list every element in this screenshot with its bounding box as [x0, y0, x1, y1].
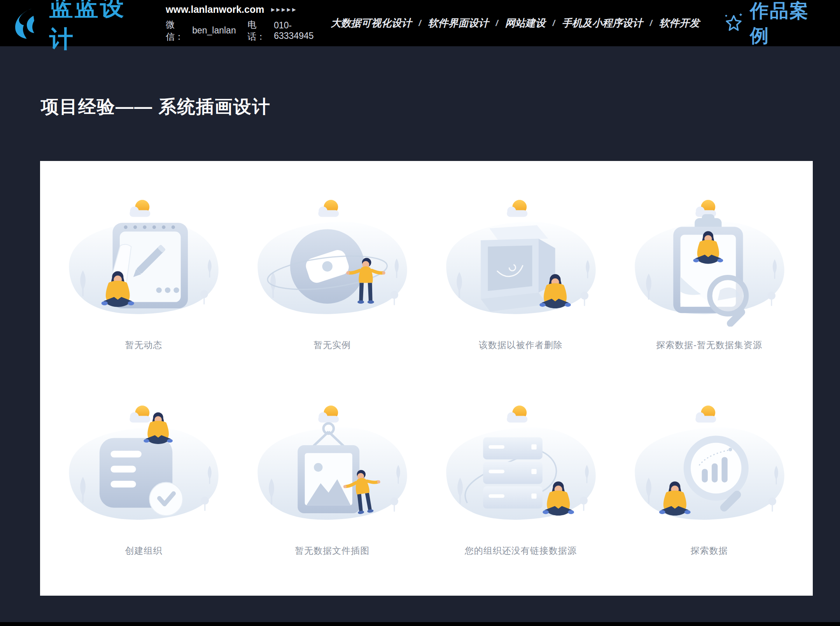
portfolio-star-icon	[723, 12, 744, 34]
logo[interactable]: 蓝蓝设计	[11, 0, 149, 55]
empty-open-box-illustration	[436, 200, 606, 327]
contact-block: www.lanlanwork.com ▸▸▸▸▸ 微信： ben_lanlan …	[166, 4, 331, 43]
illustration-caption: 探索数据-暂无数据集资源	[656, 339, 762, 351]
illustration-card: 探索数据-暂无数据集资源	[615, 173, 803, 378]
nav-item-software-ui-design[interactable]: 软件界面设计	[428, 16, 489, 30]
illustration-caption: 暂无动态	[125, 339, 162, 351]
website-url: www.lanlanwork.com	[166, 4, 264, 15]
illustration-caption: 创建组织	[125, 545, 162, 557]
illustration-canvas: 暂无动态 暂无实例	[40, 161, 813, 596]
wechat-label: 微信：	[166, 19, 192, 43]
bottom-black-strip	[0, 622, 840, 626]
magnifier-bar-chart-illustration	[624, 406, 794, 532]
portfolio-label: 作品案例	[750, 0, 828, 48]
wechat-value: ben_lanlan	[192, 25, 236, 36]
nav-item-bigdata-visualization[interactable]: 大数据可视化设计	[331, 16, 411, 30]
illustration-grid: 暂无动态 暂无实例	[40, 161, 813, 596]
nav-item-software-dev[interactable]: 软件开发	[659, 16, 700, 30]
hanging-picture-frame-illustration	[247, 406, 417, 532]
nav-separator: /	[650, 18, 652, 28]
top-header-bar: 蓝蓝设计 www.lanlanwork.com ▸▸▸▸▸ 微信： ben_la…	[0, 0, 840, 46]
nav-separator: /	[553, 18, 555, 28]
arrows-decoration: ▸▸▸▸▸	[271, 5, 298, 14]
notepad-pencil-illustration	[58, 200, 229, 327]
logo-icon	[11, 7, 43, 40]
illustration-card: 您的组织还没有链接数据源	[427, 378, 615, 584]
phone-value: 010-63334945	[274, 20, 331, 41]
illustration-caption: 暂无实例	[313, 339, 351, 351]
illustration-card: 该数据以被作者删除	[427, 173, 615, 378]
planet-orbit-illustration	[247, 200, 417, 327]
checklist-badge-illustration	[58, 406, 229, 532]
illustration-caption: 暂无数据文件插图	[295, 545, 369, 557]
illustration-card: 暂无动态	[49, 173, 238, 378]
illustration-card: 创建组织	[49, 378, 238, 584]
illustration-caption: 探索数据	[691, 545, 728, 557]
illustration-card: 暂无数据文件插图	[238, 378, 427, 584]
illustration-card: 探索数据	[615, 378, 803, 584]
nav-separator: /	[496, 18, 498, 28]
illustration-caption: 您的组织还没有链接数据源	[465, 545, 577, 557]
nav-item-website-build[interactable]: 网站建设	[505, 16, 546, 30]
main-nav: 大数据可视化设计 / 软件界面设计 / 网站建设 / 手机及小程序设计 / 软件…	[331, 16, 700, 30]
server-stack-illustration	[436, 406, 606, 532]
nav-item-mobile-miniprogram-design[interactable]: 手机及小程序设计	[562, 16, 643, 30]
portfolio-button[interactable]: 作品案例	[723, 0, 828, 48]
logo-text: 蓝蓝设计	[49, 0, 149, 55]
illustration-card: 暂无实例	[238, 173, 427, 378]
illustration-caption: 该数据以被作者删除	[479, 339, 563, 351]
page-title: 项目经验—— 系统插画设计	[41, 95, 271, 119]
nav-separator: /	[418, 18, 421, 28]
clipboard-magnifier-illustration	[624, 200, 794, 327]
phone-label: 电话：	[247, 19, 274, 43]
